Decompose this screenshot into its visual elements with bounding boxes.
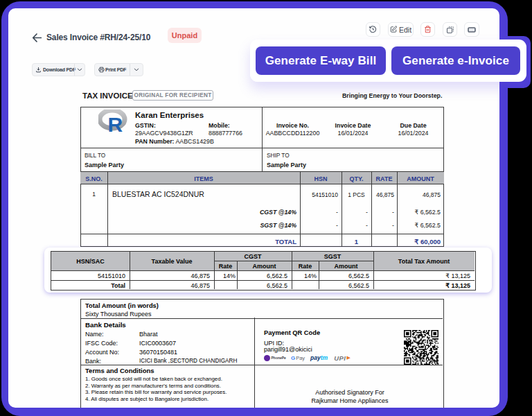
svg-text:R: R xyxy=(108,113,123,134)
